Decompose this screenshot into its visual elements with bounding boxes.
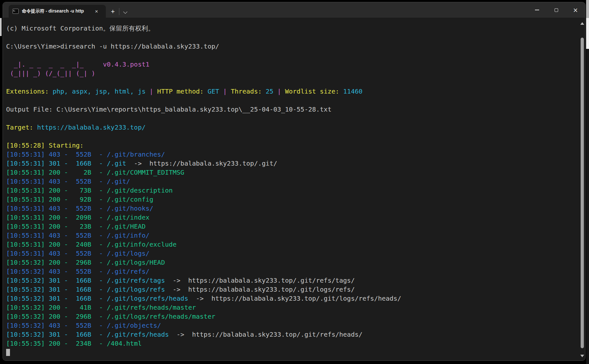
terminal-line: [10:55:31] 200 - 73B - /.git/description [6, 186, 401, 195]
close-button[interactable]: × [566, 2, 585, 18]
tab-title: 命令提示符 - dirsearch -u http [22, 8, 90, 14]
terminal-text-segment: -> https://balabala.sky233.top/.git/refs… [169, 331, 363, 338]
tab-close-icon[interactable]: × [93, 8, 100, 14]
terminal-line: [10:55:32] 200 - 296B - /.git/logs/refs/… [6, 312, 401, 321]
scrollbar-thumb[interactable] [581, 38, 584, 348]
terminal-text-segment: https://balabala.sky233.top/ [37, 123, 145, 131]
terminal-line: [10:55:32] 301 - 166B - /.git/logs/refs/… [6, 294, 401, 303]
terminal-text-segment: -> https://balabala.sky233.top/.git/refs… [165, 277, 355, 284]
terminal-text-segment: -> https://balabala.sky233.top/.git/logs… [165, 286, 355, 293]
scroll-up-icon[interactable] [580, 22, 584, 25]
terminal-text-segment: [10:55:31] 403 - 552B - /.git/info/ [6, 232, 150, 239]
terminal-line: C:\Users\Yime>dirsearch -u https://balab… [6, 42, 401, 51]
terminal-text-segment: Threads: [231, 87, 265, 95]
terminal-line: _|. _ _ _ _ _|_ v0.4.3.post1 [6, 60, 401, 69]
terminal-text-segment: [10:55:35] 200 - 234B - /404.html [6, 340, 142, 347]
terminal-text-segment: [10:55:32] 301 - 166B - /.git/logs/refs [6, 286, 165, 293]
terminal-line [6, 96, 401, 105]
terminal-text-segment: -> https://balabala.sky233.top/.git/logs… [188, 295, 401, 302]
terminal-line: [10:55:32] 301 - 166B - /.git/logs/refs … [6, 285, 401, 294]
terminal-line: [10:55:31] 403 - 552B - /.git/hooks/ [6, 204, 401, 213]
terminal-line: [10:55:32] 301 - 166B - /.git/refs/tags … [6, 276, 401, 285]
terminal-line: [10:55:31] 200 - 2B - /.git/COMMIT_EDITM… [6, 168, 401, 177]
terminal-line [6, 132, 401, 141]
scroll-down-icon[interactable] [580, 355, 584, 357]
terminal-text-segment: [10:55:31] 403 - 552B - /.git/branches/ [6, 150, 165, 158]
terminal-text-segment: [10:55:31] 200 - 209B - /.git/index [6, 214, 150, 221]
terminal-line: [10:55:32] 301 - 166B - /.git/refs/heads… [6, 330, 401, 339]
terminal-text-segment: [10:55:31] 200 - 73B - /.git/description [6, 187, 173, 194]
minimize-button[interactable] [527, 2, 547, 18]
terminal-text-segment: Target: [6, 123, 37, 131]
terminal-text-segment: [10:55:31] 403 - 552B - /.git/hooks/ [6, 205, 153, 212]
terminal-window: 命令提示符 - dirsearch -u http × + × (c) Micr… [3, 2, 585, 361]
terminal-text-segment: | [273, 87, 285, 95]
terminal-text-segment: HTTP method: [157, 87, 208, 95]
terminal-text-segment: [10:55:31] 403 - 552B - /.git/logs/ [6, 250, 150, 257]
title-bar[interactable]: 命令提示符 - dirsearch -u http × + × [3, 2, 585, 18]
new-tab-button[interactable]: + [111, 8, 115, 14]
terminal-text-segment: [10:55:31] 200 - 23B - /.git/HEAD [6, 223, 145, 230]
background-window-sliver-left [0, 18, 2, 36]
terminal-text-segment: (_||| _) (/_(_|| (_| ) [6, 69, 95, 77]
scrollbar[interactable] [580, 18, 585, 360]
terminal-line [6, 33, 401, 42]
background-window-sliver-right-top [586, 0, 589, 18]
terminal-text-segment: GET [207, 87, 219, 95]
minimize-icon [535, 10, 539, 10]
maximize-button[interactable] [547, 2, 566, 18]
terminal-line: Output File: C:\Users\Yime\reports\https… [6, 105, 401, 114]
terminal-line: Target: https://balabala.sky233.top/ [6, 123, 401, 132]
background-window-sliver-right-dark [586, 49, 589, 364]
terminal-line: [10:55:32] 200 - 41B - /.git/refs/heads/… [6, 303, 401, 312]
window-controls: × [527, 2, 585, 18]
terminal-body[interactable]: (c) Microsoft Corporation。保留所有权利。 C:\Use… [3, 18, 585, 360]
terminal-text-segment: php, aspx, jsp, html, js [53, 87, 146, 95]
terminal-text-segment: Extensions: [6, 87, 53, 95]
terminal-text-segment: v0.4.3.post1 [103, 60, 150, 68]
background-window-sliver-right [586, 18, 589, 49]
terminal-line: [10:55:32] 200 - 296B - /.git/logs/HEAD [6, 258, 401, 267]
terminal-text-segment: (c) Microsoft Corporation。保留所有权利。 [6, 24, 154, 32]
terminal-text-segment: Starting: [45, 141, 83, 149]
terminal-line: (_||| _) (/_(_|| (_| ) [6, 69, 401, 78]
cmd-prompt-icon [13, 9, 19, 14]
terminal-line [6, 78, 401, 87]
terminal-text-segment: -> https://balabala.sky233.top/.git/ [126, 159, 277, 167]
terminal-text-segment: [10:55:32] 403 - 552B - /.git/refs/ [6, 268, 150, 275]
maximize-icon [555, 8, 558, 12]
terminal-text-segment: | [219, 87, 231, 95]
terminal-line: [10:55:28] Starting: [6, 141, 401, 150]
tab-divider [119, 8, 119, 15]
tab-cmd-dirsearch[interactable]: 命令提示符 - dirsearch -u http × [9, 5, 106, 18]
terminal-line: [10:55:31] 200 - 240B - /.git/info/exclu… [6, 240, 401, 249]
terminal-text-segment: [10:55:32] 200 - 296B - /.git/logs/refs/… [6, 313, 215, 320]
chevron-down-icon[interactable] [124, 10, 128, 14]
terminal-output: (c) Microsoft Corporation。保留所有权利。 C:\Use… [6, 24, 401, 357]
terminal-line: [10:55:31] 403 - 552B - /.git/branches/ [6, 150, 401, 159]
terminal-text-segment: [10:55:32] 200 - 296B - /.git/logs/HEAD [6, 259, 165, 266]
terminal-text-segment: [10:55:32] 301 - 166B - /.git/refs/tags [6, 277, 165, 284]
terminal-text-segment: _|. _ _ _ _ _|_ [6, 60, 103, 68]
terminal-text-segment: Output File: C:\Users\Yime\reports\https… [6, 105, 331, 113]
terminal-line: [10:55:32] 403 - 552B - /.git/refs/ [6, 267, 401, 276]
terminal-text-segment: Wordlist size: [285, 87, 343, 95]
terminal-line: Extensions: php, aspx, jsp, html, js | H… [6, 87, 401, 96]
terminal-text-segment: [10:55:32] 200 - 41B - /.git/refs/heads/… [6, 304, 196, 311]
terminal-text-segment: C:\Users\Yime>dirsearch -u https://balab… [6, 42, 219, 50]
terminal-text-segment: [10:55:31] 403 - 552B - /.git/ [6, 177, 130, 185]
terminal-text-segment: [10:55:32] 403 - 552B - /.git/objects/ [6, 322, 161, 329]
terminal-line: [10:55:32] 403 - 552B - /.git/objects/ [6, 321, 401, 330]
terminal-line [6, 114, 401, 123]
terminal-cursor-line [6, 348, 401, 357]
terminal-text-segment: 11460 [343, 87, 363, 95]
terminal-text-segment: [10:55:31] 200 - 2B - /.git/COMMIT_EDITM… [6, 168, 184, 176]
terminal-text-segment: | [145, 87, 157, 95]
terminal-line [6, 51, 401, 60]
terminal-cursor [6, 349, 10, 356]
terminal-text-segment: [10:55:31] 200 - 240B - /.git/info/exclu… [6, 241, 177, 248]
close-icon: × [573, 7, 578, 13]
terminal-line: [10:55:35] 200 - 234B - /404.html [6, 339, 401, 348]
terminal-line: [10:55:31] 301 - 166B - /.git -> https:/… [6, 159, 401, 168]
terminal-line: [10:55:31] 403 - 552B - /.git/ [6, 177, 401, 186]
